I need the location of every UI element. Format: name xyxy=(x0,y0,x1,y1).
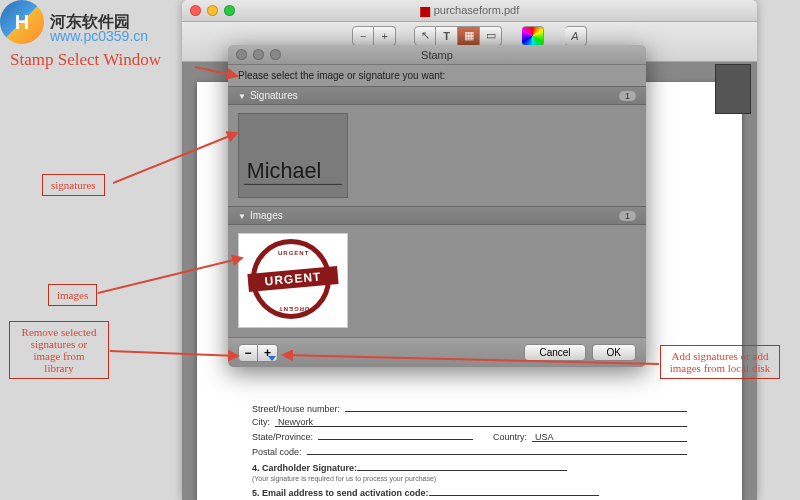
annotation-add: Add signatures or add images from local … xyxy=(660,345,780,379)
minimize-icon[interactable] xyxy=(207,5,218,16)
close-icon[interactable] xyxy=(190,5,201,16)
email-section: 5. Email address to send activation code… xyxy=(252,488,687,498)
annotation-images: images xyxy=(48,284,97,306)
ok-button[interactable]: OK xyxy=(592,344,636,361)
remove-button[interactable]: − xyxy=(238,344,258,362)
dropdown-arrow-icon xyxy=(268,356,276,361)
cancel-button[interactable]: Cancel xyxy=(524,344,585,361)
modal-prompt: Please select the image or signature you… xyxy=(228,65,646,86)
page-thumbnail[interactable] xyxy=(715,64,751,114)
highlight-tool-button[interactable]: ▭ xyxy=(480,26,502,46)
state-field[interactable] xyxy=(318,430,473,440)
modal-maximize-icon[interactable] xyxy=(270,49,281,60)
country-field[interactable]: USA xyxy=(532,432,687,442)
zoom-in-button[interactable]: + xyxy=(374,26,396,46)
watermark-logo: H 河东软件园 xyxy=(0,0,130,44)
add-button[interactable]: + xyxy=(258,344,278,362)
urgent-stamp-icon: URGENT URGENT URGENT xyxy=(248,236,338,326)
watermark-text: 河东软件园 xyxy=(50,12,130,33)
stamp-tool-button[interactable]: ▦ xyxy=(458,26,480,46)
maximize-icon[interactable] xyxy=(224,5,235,16)
annotation-signatures: signatures xyxy=(42,174,105,196)
signatures-count-badge: 1 xyxy=(619,91,636,101)
modal-titlebar: Stamp xyxy=(228,45,646,65)
modal-footer: − + Cancel OK xyxy=(228,337,646,367)
annotation-title: Stamp Select Window xyxy=(10,50,161,70)
street-field[interactable] xyxy=(345,402,687,412)
window-title: purchaseform.pdf xyxy=(420,4,520,16)
city-field[interactable]: Newyork xyxy=(275,417,687,427)
select-tool-button[interactable]: ↖ xyxy=(414,26,436,46)
postal-field[interactable] xyxy=(307,445,687,455)
text-tool-button[interactable]: T xyxy=(436,26,458,46)
signature-tile[interactable]: Michael xyxy=(238,113,348,198)
signature-section: 4. Cardholder Signature: xyxy=(252,463,687,473)
colors-button[interactable] xyxy=(522,26,544,46)
annotation-remove: Remove selected signatures or image from… xyxy=(9,321,109,379)
signatures-header[interactable]: ▼Signatures 1 xyxy=(228,86,646,105)
modal-close-icon[interactable] xyxy=(236,49,247,60)
fonts-button[interactable]: A xyxy=(565,26,587,46)
image-tile[interactable]: URGENT URGENT URGENT xyxy=(238,233,348,328)
svg-text:Michael: Michael xyxy=(247,158,321,183)
modal-minimize-icon[interactable] xyxy=(253,49,264,60)
modal-title: Stamp xyxy=(421,49,453,61)
titlebar: purchaseform.pdf xyxy=(182,0,757,22)
images-count-badge: 1 xyxy=(619,211,636,221)
zoom-out-button[interactable]: − xyxy=(352,26,374,46)
images-header[interactable]: ▼Images 1 xyxy=(228,206,646,225)
stamp-modal: Stamp Please select the image or signatu… xyxy=(228,45,646,367)
